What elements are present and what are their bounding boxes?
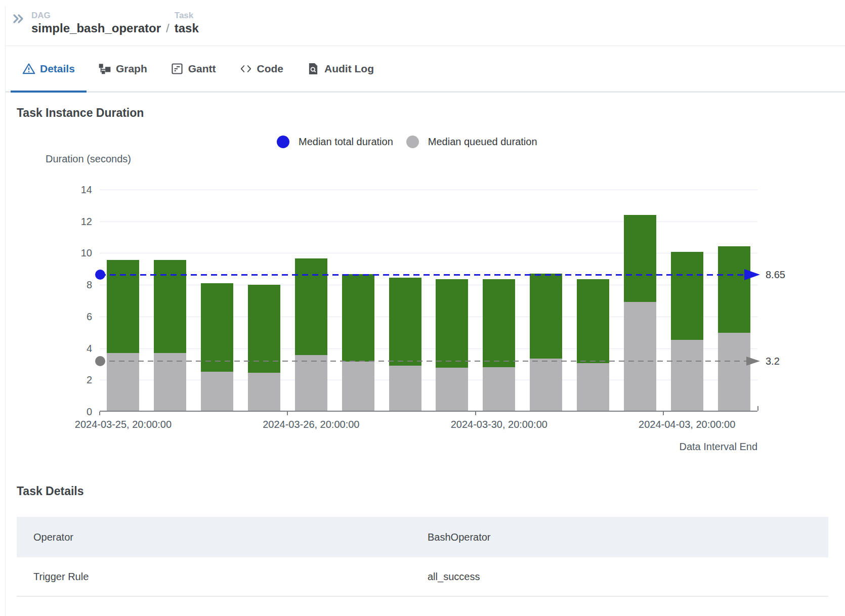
y-tick-label: 0 [30, 405, 92, 418]
bar-queued-segment [671, 340, 703, 411]
breadcrumb-task-label: Task [175, 11, 199, 21]
bar-run-segment [201, 283, 233, 372]
code-brackets-icon [239, 62, 252, 75]
median-arrowhead-blue [744, 269, 760, 280]
bar-run-segment [671, 252, 703, 340]
bar-queued-segment [577, 363, 609, 411]
x-axis-tick [99, 412, 100, 415]
legend-label: Median queued duration [428, 136, 537, 148]
bar-run-segment [295, 258, 327, 355]
axis-end-tick [757, 406, 758, 411]
tab-details[interactable]: Details [11, 46, 87, 91]
median-arrowhead-gray [746, 357, 760, 366]
breadcrumb-separator: / [166, 21, 170, 36]
gridline-y-4 [100, 348, 757, 349]
bar-stack[interactable] [624, 215, 656, 411]
y-tick-label: 14 [30, 183, 92, 196]
bar-queued-segment [436, 368, 468, 411]
double-chevron-right-icon[interactable] [12, 13, 24, 25]
bar-stack[interactable] [154, 260, 186, 411]
bar-run-segment [389, 278, 421, 366]
bar-run-segment [248, 285, 280, 373]
x-axis-tick [475, 412, 476, 415]
bar-stack[interactable] [577, 279, 609, 411]
bar-run-segment [483, 279, 515, 367]
bar-stack[interactable] [530, 274, 562, 411]
section-title: Task Instance Duration [17, 106, 144, 120]
x-axis-tick [287, 412, 288, 415]
gridline-y-6 [100, 317, 757, 317]
x-tick-label: 2024-03-25, 20:00:00 [42, 419, 204, 430]
median-dot-gray [95, 356, 105, 366]
y-tick-label: 8 [30, 278, 92, 291]
bar-run-segment [530, 274, 562, 359]
tab-label: Graph [116, 63, 147, 75]
tab-gantt[interactable]: Gantt [159, 46, 228, 91]
tab-label: Audit Log [324, 63, 374, 75]
legend-dot [277, 136, 289, 148]
bar-run-segment [577, 279, 609, 363]
detail-value: BashOperator [428, 532, 491, 543]
bar-run-segment [342, 274, 374, 361]
bar-stack[interactable] [342, 274, 374, 411]
breadcrumb-task-value: task [175, 21, 199, 36]
chart-legend: Median total durationMedian queued durat… [277, 136, 537, 148]
y-tick-label: 6 [30, 310, 92, 323]
bar-queued-segment [389, 366, 421, 411]
legend-dot [406, 136, 419, 148]
bar-stack[interactable] [483, 279, 515, 411]
breadcrumb: DAG simple_bash_operator / Task task [31, 11, 199, 36]
bar-stack[interactable] [295, 258, 327, 411]
y-axis-title: Duration (seconds) [46, 153, 131, 165]
detail-label: Operator [33, 532, 428, 543]
bar-stack[interactable] [107, 260, 139, 411]
tab-bar: DetailsGraphGanttCodeAudit Log [6, 46, 845, 93]
median-line-gray [100, 361, 747, 362]
task-details-title: Task Details [17, 485, 84, 498]
bar-queued-segment [718, 333, 750, 411]
bar-stack[interactable] [201, 283, 233, 411]
x-axis-title: Data Interval End [555, 441, 757, 453]
bar-stack[interactable] [389, 278, 421, 411]
bar-run-segment [624, 215, 656, 302]
x-axis-tick [663, 412, 664, 415]
bar-queued-segment [624, 302, 656, 411]
y-tick-label: 10 [30, 246, 92, 259]
warning-triangle-icon [22, 62, 35, 75]
detail-value: all_success [428, 571, 480, 583]
task-instance-page: DAG simple_bash_operator / Task task Det… [0, 0, 845, 616]
task-details-table: OperatorBashOperatorTrigger Ruleall_succ… [17, 517, 828, 597]
tab-label: Gantt [188, 63, 216, 75]
y-axis-labels: 02468101214 [30, 190, 92, 412]
bar-run-segment [718, 246, 750, 333]
median-value-label: 3.2 [766, 354, 780, 368]
x-axis-labels: 2024-03-25, 20:00:002024-03-26, 20:00:00… [100, 419, 757, 432]
plot-area: 8.653.2 [100, 190, 757, 412]
tab-graph[interactable]: Graph [87, 46, 159, 91]
breadcrumb-dag-label: DAG [31, 11, 161, 21]
bar-queued-segment [154, 353, 186, 411]
tab-audit-log[interactable]: Audit Log [295, 46, 386, 91]
y-tick-label: 12 [30, 215, 92, 228]
legend-item-median-total[interactable]: Median total duration [277, 136, 393, 148]
table-row: Trigger Ruleall_success [17, 557, 828, 597]
bar-queued-segment [295, 355, 327, 411]
tab-code[interactable]: Code [228, 46, 295, 91]
breadcrumb-dag-value[interactable]: simple_bash_operator [31, 21, 161, 36]
bar-stack[interactable] [436, 279, 468, 411]
y-tick-label: 4 [30, 342, 92, 355]
bar-queued-segment [201, 372, 233, 411]
gridline-y-8 [100, 285, 757, 285]
median-value-label: 8.65 [766, 268, 785, 282]
legend-item-median-queued[interactable]: Median queued duration [406, 136, 537, 148]
y-tick-label: 2 [30, 373, 92, 386]
bar-stack[interactable] [671, 252, 703, 411]
header: DAG simple_bash_operator / Task task [6, 0, 845, 46]
bar-queued-segment [483, 367, 515, 411]
panel-divider [5, 6, 6, 616]
bar-queued-segment [530, 359, 562, 411]
median-line-blue [100, 274, 747, 276]
bar-stack[interactable] [248, 285, 280, 411]
gridline-y-10 [100, 253, 757, 253]
median-dot-blue [95, 270, 105, 280]
